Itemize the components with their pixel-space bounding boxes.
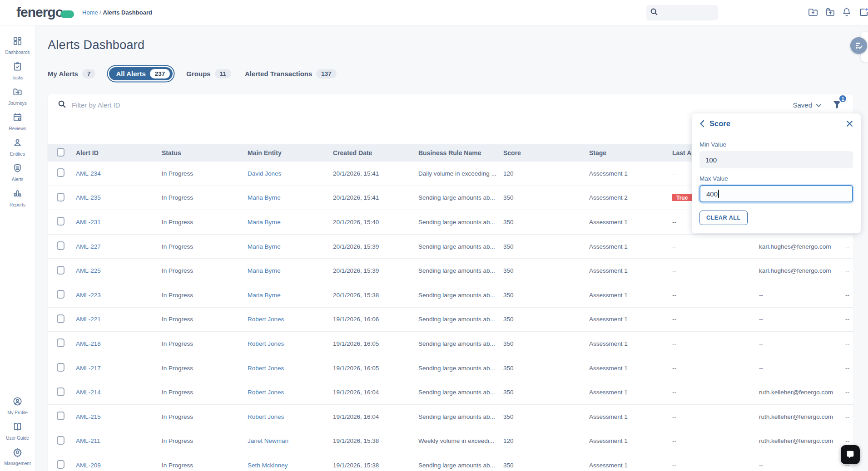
- alert-id-link[interactable]: AML-217: [76, 365, 162, 372]
- tab-my-alerts[interactable]: My Alerts 7: [48, 69, 95, 78]
- sidebar-item-dashboards[interactable]: Dashboards: [0, 33, 35, 58]
- tab-all-alerts[interactable]: All Alerts 237: [109, 67, 173, 80]
- close-icon: [846, 120, 853, 127]
- fenergo-logo[interactable]: fenergo: [16, 5, 74, 20]
- select-all-checkbox[interactable]: [57, 148, 76, 158]
- checkbox-icon[interactable]: [57, 460, 64, 469]
- main-entity-link[interactable]: Robert Jones: [248, 316, 333, 323]
- row-checkbox[interactable]: [57, 217, 76, 227]
- status-cell: In Progress: [162, 340, 248, 347]
- alert-id-link[interactable]: AML-214: [76, 389, 162, 396]
- checkbox-icon[interactable]: [57, 290, 64, 299]
- folder-move-icon[interactable]: [824, 7, 835, 20]
- checkbox-icon[interactable]: [57, 217, 64, 226]
- checkbox-icon[interactable]: [57, 388, 64, 396]
- checkbox-icon[interactable]: [57, 412, 64, 420]
- checkbox-icon[interactable]: [57, 266, 64, 275]
- global-search[interactable]: [646, 5, 718, 20]
- alert-id-link[interactable]: AML-209: [76, 462, 162, 469]
- alert-id-link[interactable]: AML-235: [76, 194, 162, 201]
- checkbox-icon[interactable]: [57, 363, 64, 372]
- row-checkbox[interactable]: [57, 388, 76, 397]
- row-checkbox[interactable]: [57, 241, 76, 251]
- panel-close-button[interactable]: [846, 120, 853, 127]
- sidebar-item-user-guide[interactable]: User Guide: [0, 418, 35, 444]
- alert-id-link[interactable]: AML-223: [76, 292, 162, 299]
- checkbox-icon[interactable]: [57, 436, 64, 445]
- checkbox-icon[interactable]: [57, 339, 64, 347]
- alert-id-link[interactable]: AML-218: [76, 340, 162, 347]
- row-checkbox[interactable]: [57, 193, 76, 203]
- tab-groups[interactable]: Groups 11: [186, 69, 231, 78]
- main-entity-link[interactable]: Maria Byrne: [248, 243, 333, 250]
- created-date-cell: 20/1/2026, 15:41: [333, 170, 418, 177]
- main-entity-link[interactable]: Seth Mckinney: [248, 462, 333, 469]
- row-checkbox[interactable]: [57, 363, 76, 373]
- row-checkbox[interactable]: [57, 266, 76, 276]
- sidebar-item-entities[interactable]: Entities: [0, 134, 35, 160]
- main-entity-link[interactable]: David Jones: [248, 170, 333, 177]
- col-score[interactable]: Score: [503, 149, 589, 157]
- checkbox-icon[interactable]: [57, 193, 64, 201]
- main-entity-link[interactable]: Maria Byrne: [248, 292, 333, 299]
- breadcrumb-home-link[interactable]: Home: [82, 9, 98, 16]
- alert-id-link[interactable]: AML-234: [76, 170, 162, 177]
- col-business-rule[interactable]: Business Rule Name: [418, 149, 503, 157]
- sidebar-item-tasks[interactable]: Tasks: [0, 58, 35, 83]
- alert-id-filter-input[interactable]: [72, 101, 263, 109]
- alert-id-link[interactable]: AML-215: [76, 413, 162, 420]
- main-entity-link[interactable]: Robert Jones: [248, 365, 333, 372]
- row-checkbox[interactable]: [57, 168, 76, 178]
- main-entity-link[interactable]: Janet Newman: [248, 437, 333, 444]
- side-panel-toggle-button[interactable]: [850, 37, 867, 54]
- sidebar-item-reports[interactable]: Reports: [0, 185, 35, 211]
- checkbox-icon[interactable]: [57, 314, 64, 323]
- tab-alerted-transactions[interactable]: Alerted Transactions 137: [245, 69, 337, 78]
- chat-launcher-button[interactable]: [841, 445, 860, 464]
- sidebar-item-reviews[interactable]: Reviews: [0, 109, 35, 134]
- sidebar-item-my-profile[interactable]: My Profile: [0, 393, 35, 418]
- clear-all-button[interactable]: CLEAR ALL: [699, 211, 748, 225]
- max-value-label: Max Value: [699, 175, 853, 182]
- col-stage[interactable]: Stage: [589, 149, 672, 157]
- row-checkbox[interactable]: [57, 460, 76, 470]
- alert-id-link[interactable]: AML-231: [76, 219, 162, 226]
- filter-funnel-button[interactable]: 1: [832, 99, 843, 111]
- col-main-entity[interactable]: Main Entity: [248, 149, 333, 157]
- notifications-bell-icon[interactable]: [841, 7, 852, 20]
- max-value-input[interactable]: 400: [699, 185, 853, 202]
- alert-id-link[interactable]: AML-225: [76, 267, 162, 274]
- row-checkbox[interactable]: [57, 436, 76, 446]
- checkbox-icon[interactable]: [57, 148, 64, 157]
- folder-add-icon[interactable]: [808, 7, 818, 20]
- global-search-input[interactable]: [658, 10, 708, 16]
- alert-id-link[interactable]: AML-227: [76, 243, 162, 250]
- row-checkbox[interactable]: [57, 314, 76, 324]
- main-entity-link[interactable]: Maria Byrne: [248, 194, 333, 201]
- main-entity-link[interactable]: Maria Byrne: [248, 219, 333, 226]
- sidebar-item-journeys[interactable]: Journeys: [0, 83, 35, 109]
- saved-filters-dropdown[interactable]: Saved: [793, 101, 822, 109]
- score-cell: 120: [503, 170, 589, 177]
- col-alert-id[interactable]: Alert ID: [76, 149, 162, 157]
- compose-ai-icon[interactable]: [858, 6, 868, 20]
- panel-back-button[interactable]: [699, 120, 704, 128]
- main-entity-link[interactable]: Robert Jones: [248, 389, 333, 396]
- row-checkbox[interactable]: [57, 412, 76, 422]
- main-entity-link[interactable]: Robert Jones: [248, 413, 333, 420]
- sidebar-item-alerts[interactable]: Alerts: [0, 160, 35, 185]
- business-rule-cell: Weekly volume in exceedi...: [418, 437, 503, 444]
- row-checkbox[interactable]: [57, 339, 76, 348]
- sidebar-item-management[interactable]: Management: [0, 444, 35, 469]
- checkbox-icon[interactable]: [57, 241, 64, 250]
- created-date-cell: 20/1/2026, 15:39: [333, 267, 418, 274]
- main-entity-link[interactable]: Robert Jones: [248, 340, 333, 347]
- col-status[interactable]: Status: [162, 149, 248, 157]
- alert-id-link[interactable]: AML-221: [76, 316, 162, 323]
- row-checkbox[interactable]: [57, 290, 76, 300]
- col-created-date[interactable]: Created Date: [333, 149, 418, 157]
- alert-id-link[interactable]: AML-211: [76, 437, 162, 444]
- checkbox-icon[interactable]: [57, 168, 64, 177]
- main-entity-link[interactable]: Maria Byrne: [248, 267, 333, 274]
- min-value-input[interactable]: 100: [699, 151, 853, 168]
